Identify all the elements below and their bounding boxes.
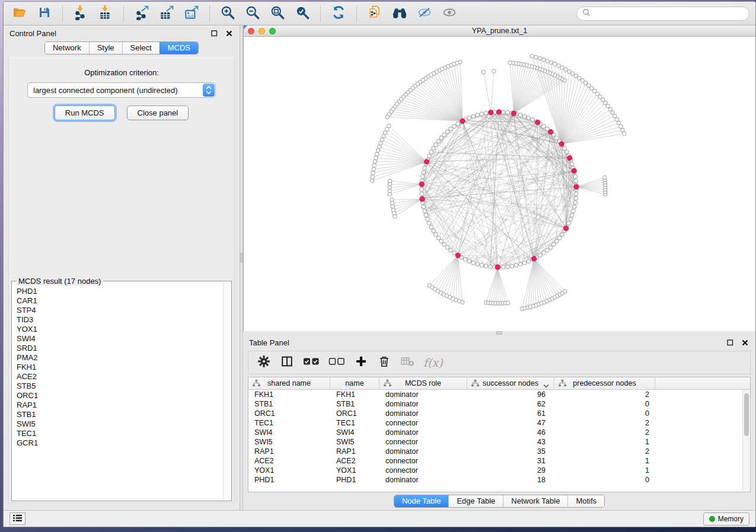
network-window-titlebar[interactable]: YPA_prune.txt_1 [244,25,755,37]
show-all-button[interactable] [439,5,460,23]
mcds-result-scrollbar[interactable] [223,282,231,500]
search-input[interactable] [594,9,744,18]
mcds-result-item[interactable]: GCR1 [17,438,223,448]
tab-network[interactable]: Network [45,42,89,54]
mcds-result-item[interactable]: ACE2 [17,372,223,382]
control-panel: Control Panel NetworkStyleSelectMCDS Opt… [4,25,240,510]
table-scrollbar[interactable] [742,390,750,492]
column-header-name[interactable]: name [330,377,379,389]
cell: TEC1 [248,418,330,428]
cell: PHD1 [330,475,379,485]
first-neighbors-button[interactable] [390,5,410,23]
table-row[interactable]: FKH1FKH1dominator962 [248,390,750,399]
tab-motifs[interactable]: Motifs [567,495,604,507]
toggle-columns-button[interactable] [280,354,294,371]
deselect-all-button[interactable] [328,354,345,371]
cell: 62 [467,399,554,409]
table-panel: Table Panel f(x) shared namenameMC [243,335,755,510]
zoom-in-button[interactable] [218,5,238,23]
tab-select[interactable]: Select [122,42,160,54]
scrollbar-thumb[interactable] [744,393,749,436]
float-panel-button[interactable] [209,28,219,38]
cell: 1 [554,437,655,447]
import-network-button[interactable] [71,5,91,23]
panel-menu-button[interactable] [9,512,25,525]
close-mcds-panel-button[interactable]: Close panel [127,105,189,120]
mcds-result-item[interactable]: STB1 [17,410,223,419]
select-all-button[interactable] [303,354,320,371]
function-builder-button[interactable]: f(x) [423,354,443,371]
open-file-button[interactable] [9,5,30,23]
zoom-fit-button[interactable] [267,5,288,23]
mcds-result-list[interactable]: PHD1CAR1STP4TID3YOX1SWI4SRD1PMA2FKH1ACE2… [12,282,223,500]
tab-mcds[interactable]: MCDS [160,42,198,54]
toolbar-separator [320,6,321,21]
zoom-out-button[interactable] [243,5,263,23]
export-table-icon [159,5,174,23]
table-settings-button[interactable] [257,354,271,371]
hide-selected-button[interactable] [414,5,435,23]
splitter-grip[interactable] [240,253,243,262]
column-header-predecessor-nodes[interactable]: predecessor nodes [554,377,655,389]
export-image-button[interactable] [181,5,202,23]
export-table-button[interactable] [157,5,177,23]
cell: 2 [554,418,655,428]
network-table-splitter[interactable] [243,331,755,335]
mcds-result-item[interactable]: ORC1 [17,391,223,400]
float-panel-button[interactable] [725,338,735,347]
column-header-successor-nodes[interactable]: successor nodes [467,377,554,389]
delete-column-button[interactable] [377,354,391,371]
mcds-result-item[interactable]: PMA2 [17,353,223,363]
table-row[interactable]: ORC1ORC1dominator610 [248,409,750,418]
new-network-from-selection-button[interactable] [365,5,385,23]
mcds-result-item[interactable]: STP4 [17,306,223,315]
mcds-result-item[interactable]: FKH1 [17,363,223,372]
tab-edge-table[interactable]: Edge Table [448,495,503,507]
cell: RAP1 [248,447,330,456]
quick-search[interactable] [576,7,749,21]
network-graph[interactable] [244,37,755,331]
table-row[interactable]: STB1STB1dominator620 [248,399,750,409]
close-panel-button[interactable] [740,338,749,347]
table-row[interactable]: SWI4SWI4dominator462 [248,428,750,437]
table-row[interactable]: TEC1TEC1connector472 [248,418,750,428]
mcds-result-item[interactable]: CAR1 [17,296,223,306]
network-canvas[interactable] [244,37,755,331]
save-session-button[interactable] [34,5,55,23]
table-row[interactable]: ACE2ACE2connector311 [248,456,750,466]
import-table-button[interactable] [95,5,116,23]
tab-node-table[interactable]: Node Table [394,495,449,507]
tab-network-table[interactable]: Network Table [503,495,567,507]
mcds-result-item[interactable]: SWI4 [17,334,223,344]
table-row[interactable]: SWI5SWI5connector431 [248,437,750,447]
mcds-result-item[interactable]: RAP1 [17,400,223,410]
sort-chevron-icon [543,382,549,390]
mcds-result-item[interactable]: YOX1 [17,325,223,334]
zoom-selected-button[interactable] [292,5,312,23]
column-header-shared-name[interactable]: shared name [248,377,330,389]
run-mcds-button[interactable]: Run MCDS [55,105,115,120]
mcds-result-item[interactable]: PHD1 [17,287,223,296]
mcds-result-item[interactable]: TEC1 [17,429,223,438]
mcds-result-item[interactable]: TID3 [17,315,223,325]
mcds-result-item[interactable]: SWI5 [17,419,223,429]
table-row[interactable]: PHD1PHD1dominator180 [248,475,750,485]
refresh-layout-button[interactable] [328,5,349,23]
column-header-filler [655,377,750,389]
cell: SWI5 [248,437,330,447]
table-row[interactable]: YOX1YOX1connector291 [248,466,750,475]
tab-style[interactable]: Style [89,42,122,54]
table-row[interactable]: RAP1RAP1dominator352 [248,447,750,456]
mcds-result-item[interactable]: SRD1 [17,344,223,353]
cell: YOX1 [248,466,330,475]
column-header-mcds-role[interactable]: MCDS role [379,377,467,389]
splitter-grip[interactable] [496,331,502,335]
close-panel-button[interactable] [224,28,234,38]
criterion-select[interactable]: largest connected component (undirected) [27,82,216,98]
mcds-result-item[interactable]: STB5 [17,382,223,391]
create-column-button[interactable] [354,354,368,371]
delete-table-button[interactable] [400,354,414,371]
memory-button[interactable]: Memory [703,512,749,525]
export-network-button[interactable] [132,5,152,23]
cell: FKH1 [330,390,379,399]
